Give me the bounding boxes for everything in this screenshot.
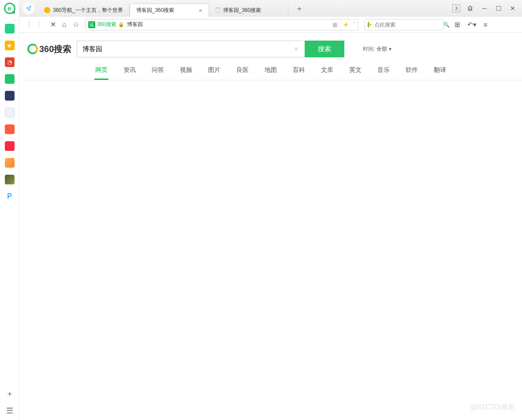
toolbar-search[interactable]: ▾ 🔍	[365, 19, 444, 30]
app-icon-8[interactable]	[5, 141, 15, 151]
logo-ring-icon	[27, 44, 38, 54]
category-tab-software[interactable]: 软件	[405, 66, 419, 80]
extensions-icon[interactable]	[466, 4, 474, 12]
search-icon[interactable]: 🔍	[443, 22, 450, 28]
search-header: 360搜索 × 搜索 时间: 全部 ▾	[19, 33, 522, 57]
undo-icon[interactable]: ↶▾	[467, 21, 477, 29]
search-button[interactable]: 搜索	[305, 41, 344, 57]
category-tabs: 网页 资讯 问答 视频 图片 良医 地图 百科 文库 英文 音乐 软件 翻译	[19, 66, 522, 80]
app-icon-9[interactable]	[5, 158, 15, 168]
app-icon-7[interactable]	[5, 124, 15, 134]
app-icon-2[interactable]: ★	[5, 41, 15, 50]
category-tab-map[interactable]: 地图	[264, 66, 278, 80]
cert-badge: 证	[88, 21, 95, 28]
category-tab-web[interactable]: 网页	[94, 66, 108, 80]
category-tab-image[interactable]: 图片	[207, 66, 221, 80]
cert-text: 360搜索	[97, 21, 116, 28]
category-tab-music[interactable]: 音乐	[377, 66, 391, 80]
search-box: × 搜索	[77, 41, 344, 57]
category-tab-video[interactable]: 视频	[179, 66, 193, 80]
close-tab-icon[interactable]: ×	[199, 7, 202, 14]
tab-title: 博客园_360搜索	[223, 7, 261, 14]
tab-0[interactable]: 360导航_一个主页，整个世界	[38, 4, 130, 17]
minimize-button[interactable]: ─	[481, 4, 488, 12]
tab-1[interactable]: 博客园_360搜索 ×	[130, 4, 209, 17]
cursor-icon[interactable]	[23, 3, 34, 14]
site-logo[interactable]: 360搜索	[27, 43, 71, 55]
url-dropdown-icon[interactable]: ˇ	[354, 22, 355, 28]
category-tab-baike[interactable]: 百科	[292, 66, 306, 80]
clear-input-icon[interactable]: ×	[294, 45, 298, 54]
url-text: 博客园	[127, 21, 143, 28]
back-button[interactable]: 〈	[24, 20, 31, 29]
category-tab-translate[interactable]: 翻译	[433, 66, 447, 80]
browser-tabs: 360导航_一个主页，整个世界 博客园_360搜索 × 博客园_360搜索	[38, 0, 288, 17]
qr-icon[interactable]: ▦	[332, 22, 337, 28]
app-icon-3[interactable]: ◔	[5, 57, 15, 67]
app-icon-6[interactable]	[5, 108, 15, 117]
favorite-button[interactable]: ☆	[73, 20, 79, 29]
stop-button[interactable]: ✕	[50, 20, 56, 29]
add-app-icon[interactable]: ＋	[6, 388, 14, 399]
toolbar-right: ⊞ ↶▾ ≡	[455, 21, 488, 29]
apps-icon[interactable]: ⊞	[455, 21, 460, 29]
home-button[interactable]: ⌂	[62, 21, 67, 29]
title-bar: 360导航_一个主页，整个世界 博客园_360搜索 × 博客园_360搜索 ＋ …	[19, 0, 522, 17]
watermark: @51CTO博客	[470, 403, 514, 412]
forward-button[interactable]: 〉	[37, 20, 44, 29]
speed-icon[interactable]: ⚡	[343, 22, 349, 28]
window-controls: 3 ─ ☐ ✕	[452, 4, 522, 12]
favicon-icon	[44, 7, 50, 13]
category-tab-news[interactable]: 资讯	[123, 66, 137, 80]
lock-icon: 🔒	[118, 22, 124, 27]
category-tab-english[interactable]: 英文	[348, 66, 362, 80]
category-tab-qa[interactable]: 问答	[151, 66, 165, 80]
app-icon-1[interactable]	[5, 24, 15, 34]
tab-2[interactable]: 博客园_360搜索	[209, 4, 288, 17]
loading-icon	[215, 8, 220, 13]
menu-icon[interactable]: ≡	[484, 21, 488, 28]
app-icon-4[interactable]	[5, 74, 15, 84]
search-input[interactable]	[77, 41, 306, 57]
close-button[interactable]: ✕	[509, 4, 517, 12]
tab-title: 360导航_一个主页，整个世界	[53, 7, 123, 14]
browser-logo-icon[interactable]: e	[4, 3, 15, 14]
download-badge[interactable]: 3	[452, 4, 460, 12]
app-icon-11[interactable]: P	[5, 191, 15, 201]
app-sidebar: e ★ ◔ P ＋ ☰	[0, 0, 19, 420]
url-bar[interactable]: 证 360搜索 🔒 博客园 ▦ ⚡ ˇ	[85, 19, 358, 30]
chevron-down-icon: ▾	[389, 46, 392, 52]
time-filter[interactable]: 时间: 全部 ▾	[363, 45, 392, 53]
time-label: 时间:	[363, 45, 375, 53]
app-icon-10[interactable]	[5, 175, 15, 184]
tab-title: 博客园_360搜索	[136, 7, 175, 14]
app-icon-5[interactable]	[5, 91, 15, 101]
maximize-button[interactable]: ☐	[495, 4, 503, 12]
logo-text: 360搜索	[39, 43, 71, 55]
page-content: 360搜索 × 搜索 时间: 全部 ▾ 网页 资讯 问答 视频 图片 良医 地图…	[19, 33, 522, 420]
list-icon[interactable]: ☰	[6, 406, 13, 416]
time-value: 全部	[377, 45, 387, 53]
toolbar: 〈 〉 ✕ ⌂ ☆ 证 360搜索 🔒 博客园 ▦ ⚡ ˇ ▾ 🔍 ⊞ ↶▾ ≡	[19, 17, 522, 33]
category-tab-wenku[interactable]: 文库	[320, 66, 334, 80]
new-tab-button[interactable]: ＋	[293, 2, 306, 15]
toolbar-search-input[interactable]	[374, 22, 440, 28]
category-tab-medical[interactable]: 良医	[235, 66, 250, 80]
